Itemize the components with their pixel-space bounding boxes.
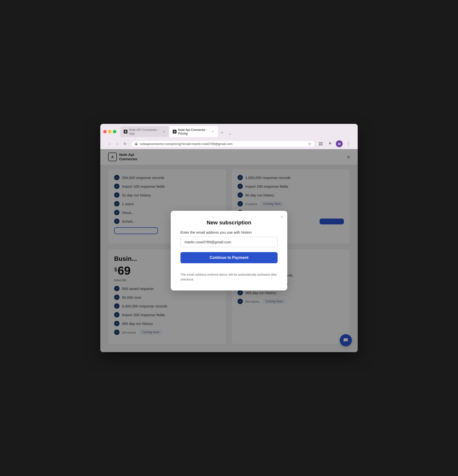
svg-point-6 (348, 142, 349, 143)
maximize-traffic-light[interactable] (113, 130, 116, 133)
tab-favicon-pricing: A (173, 130, 177, 134)
minimize-traffic-light[interactable] (108, 130, 111, 133)
modal-divider (180, 268, 278, 268)
page-content: A Note Api Connector ≡ ✓ 250,000 respons… (100, 149, 358, 352)
address-icons: M (317, 140, 352, 147)
new-subscription-modal: × New subscription Enter the email addre… (171, 211, 287, 290)
svg-point-8 (348, 145, 349, 145)
svg-rect-2 (319, 142, 321, 144)
close-traffic-light[interactable] (103, 130, 107, 133)
modal-overlay[interactable]: × New subscription Enter the email addre… (100, 149, 358, 352)
back-button[interactable]: ‹ (106, 140, 113, 147)
svg-point-7 (348, 144, 349, 144)
traffic-lights (103, 130, 116, 133)
tab-pricing[interactable]: A Note Api Connector - Pricing ✕ (169, 126, 218, 137)
modal-close-button[interactable]: × (280, 215, 283, 219)
svg-rect-5 (321, 144, 322, 145)
tab-close-app[interactable]: ✕ (162, 130, 165, 134)
tab-label-pricing: Note Api Connector - Pricing (178, 128, 210, 135)
url-text: noteapiconnector.com/pricing?email=marti… (140, 142, 306, 146)
svg-marker-1 (308, 142, 311, 145)
browser-menu-icon[interactable] (345, 140, 352, 147)
modal-title: New subscription (180, 220, 278, 226)
security-icon (135, 142, 138, 145)
tabs-row: A Note API Connector - App ✕ A Note Api … (120, 126, 234, 137)
browser-chrome: A Note API Connector - App ✕ A Note Api … (100, 124, 358, 149)
new-tab-button[interactable]: + (218, 128, 226, 137)
email-input[interactable] (180, 237, 278, 247)
tab-label-app: Note API Connector - App (129, 128, 161, 135)
svg-rect-0 (135, 144, 137, 145)
svg-rect-3 (321, 142, 322, 144)
tab-favicon-app: A (124, 130, 127, 134)
nav-buttons: ‹ › ↻ (106, 140, 128, 147)
modal-label: Enter the email address you use with Not… (180, 230, 278, 234)
continue-to-payment-button[interactable]: Continue to Payment (180, 252, 278, 263)
extensions-icon[interactable] (317, 140, 324, 147)
address-bar[interactable]: noteapiconnector.com/pricing?email=marti… (131, 141, 315, 147)
reload-button[interactable]: ↻ (122, 140, 128, 147)
tab-close-pricing[interactable]: ✕ (211, 130, 214, 134)
forward-button[interactable]: › (114, 140, 121, 147)
browser-window: A Note API Connector - App ✕ A Note Api … (100, 124, 358, 352)
browser-titlebar: A Note API Connector - App ✕ A Note Api … (103, 126, 355, 137)
svg-rect-4 (319, 144, 321, 145)
user-avatar[interactable]: M (336, 140, 343, 147)
modal-note: The email address entered above will be … (180, 272, 278, 282)
tab-app[interactable]: A Note API Connector - App ✕ (120, 126, 169, 137)
browser-addressbar: ‹ › ↻ noteapiconnector.com/pricing?email… (103, 139, 355, 149)
puzzle-icon[interactable] (327, 140, 333, 147)
tab-menu-button[interactable]: ⌄ (226, 130, 234, 137)
star-icon[interactable] (308, 142, 311, 145)
